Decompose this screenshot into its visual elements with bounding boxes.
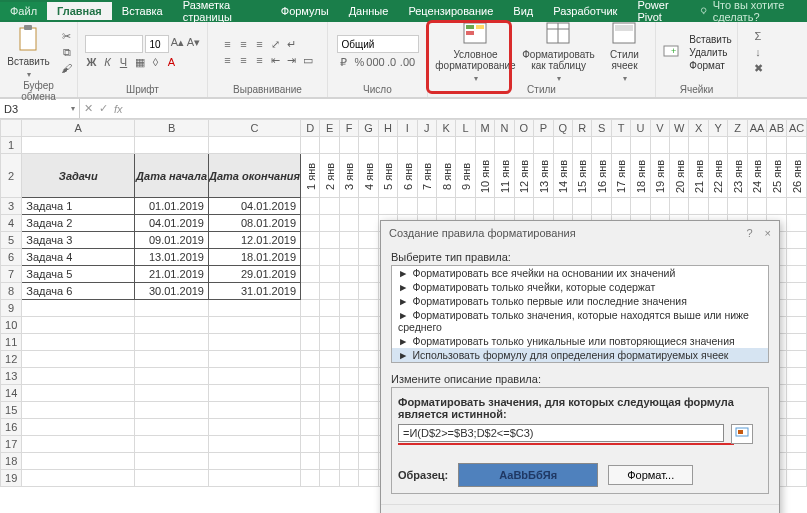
tab-data[interactable]: Данные bbox=[339, 2, 399, 20]
rule-option[interactable]: ►Форматировать только первые или последн… bbox=[392, 294, 768, 308]
fx-icon[interactable]: fx bbox=[114, 103, 123, 115]
gantt-cell[interactable] bbox=[611, 198, 630, 215]
gantt-cell[interactable] bbox=[437, 198, 456, 215]
row-header[interactable]: 1 bbox=[1, 137, 22, 154]
gantt-cell[interactable] bbox=[301, 198, 320, 215]
row-header[interactable]: 6 bbox=[1, 249, 22, 266]
tab-insert[interactable]: Вставка bbox=[112, 2, 173, 20]
number-format-select[interactable] bbox=[337, 35, 419, 53]
align-middle-icon[interactable]: ≡ bbox=[237, 37, 251, 51]
align-right-icon[interactable]: ≡ bbox=[253, 53, 267, 67]
row-header[interactable]: 3 bbox=[1, 198, 22, 215]
align-center-icon[interactable]: ≡ bbox=[237, 53, 251, 67]
cell-start[interactable]: 21.01.2019 bbox=[135, 266, 209, 283]
col-header[interactable]: T bbox=[611, 120, 630, 137]
gantt-cell[interactable] bbox=[572, 198, 591, 215]
bold-icon[interactable]: Ж bbox=[85, 55, 99, 69]
font-name-input[interactable] bbox=[85, 35, 143, 53]
fx-confirm-icon[interactable]: ✓ bbox=[99, 102, 108, 115]
gantt-cell[interactable] bbox=[301, 266, 320, 283]
gantt-cell[interactable] bbox=[320, 249, 339, 266]
cell-task[interactable]: Задача 6 bbox=[22, 283, 135, 300]
gantt-cell[interactable] bbox=[339, 249, 358, 266]
cell-end[interactable]: 04.01.2019 bbox=[209, 198, 301, 215]
col-header[interactable]: N bbox=[495, 120, 514, 137]
col-header[interactable]: Y bbox=[708, 120, 727, 137]
gantt-cell[interactable] bbox=[339, 283, 358, 300]
gantt-cell[interactable] bbox=[320, 198, 339, 215]
gantt-cell[interactable] bbox=[339, 266, 358, 283]
gantt-cell[interactable] bbox=[359, 249, 378, 266]
col-header[interactable]: R bbox=[572, 120, 591, 137]
indent-right-icon[interactable]: ⇥ bbox=[285, 53, 299, 67]
gantt-cell[interactable] bbox=[301, 232, 320, 249]
gantt-cell[interactable] bbox=[728, 198, 747, 215]
orientation-icon[interactable]: ⤢ bbox=[269, 37, 283, 51]
gantt-cell[interactable] bbox=[553, 198, 572, 215]
gantt-cell[interactable] bbox=[320, 283, 339, 300]
col-header[interactable]: AC bbox=[787, 120, 807, 137]
rule-option[interactable]: ►Использовать формулу для определения фо… bbox=[392, 348, 768, 362]
row-header[interactable]: 7 bbox=[1, 266, 22, 283]
gantt-cell[interactable] bbox=[359, 198, 378, 215]
col-header[interactable]: M bbox=[475, 120, 494, 137]
copy-icon[interactable]: ⧉ bbox=[60, 45, 74, 59]
gantt-cell[interactable] bbox=[767, 198, 787, 215]
col-header[interactable]: W bbox=[670, 120, 689, 137]
wrap-text-icon[interactable]: ↵ bbox=[285, 37, 299, 51]
row-header[interactable]: 15 bbox=[1, 402, 22, 419]
col-header[interactable]: AA bbox=[747, 120, 767, 137]
col-header[interactable]: AB bbox=[767, 120, 787, 137]
gantt-cell[interactable] bbox=[301, 249, 320, 266]
cell-task[interactable]: Задача 2 bbox=[22, 215, 135, 232]
tab-review[interactable]: Рецензирование bbox=[398, 2, 503, 20]
italic-icon[interactable]: К bbox=[101, 55, 115, 69]
formula-input[interactable] bbox=[127, 99, 807, 118]
tab-view[interactable]: Вид bbox=[503, 2, 543, 20]
gantt-cell[interactable] bbox=[787, 215, 807, 232]
col-header[interactable]: Q bbox=[553, 120, 572, 137]
gantt-cell[interactable] bbox=[359, 283, 378, 300]
gantt-cell[interactable] bbox=[320, 266, 339, 283]
increase-decimal-icon[interactable]: .0 bbox=[385, 55, 399, 69]
font-size-input[interactable] bbox=[145, 35, 169, 53]
font-color-icon[interactable]: A bbox=[165, 55, 179, 69]
borders-icon[interactable]: ▦ bbox=[133, 55, 147, 69]
range-picker-button[interactable] bbox=[731, 424, 753, 444]
row-header[interactable]: 2 bbox=[1, 154, 22, 198]
row-header[interactable]: 9 bbox=[1, 300, 22, 317]
cell-task[interactable]: Задача 4 bbox=[22, 249, 135, 266]
rule-option[interactable]: ►Форматировать только ячейки, которые со… bbox=[392, 280, 768, 294]
align-left-icon[interactable]: ≡ bbox=[221, 53, 235, 67]
tab-file[interactable]: Файл bbox=[0, 2, 47, 20]
cell-start[interactable]: 04.01.2019 bbox=[135, 215, 209, 232]
gantt-cell[interactable] bbox=[417, 198, 436, 215]
comma-icon[interactable]: 000 bbox=[369, 55, 383, 69]
rule-formula-input[interactable]: =И(D$2>=$B3;D$2<=$C3) bbox=[398, 424, 724, 442]
cell-start[interactable]: 30.01.2019 bbox=[135, 283, 209, 300]
row-header[interactable]: 10 bbox=[1, 317, 22, 334]
dialog-titlebar[interactable]: Создание правила форматирования ? × bbox=[381, 221, 779, 245]
row-header[interactable]: 4 bbox=[1, 215, 22, 232]
percent-icon[interactable]: % bbox=[353, 55, 367, 69]
merge-icon[interactable]: ▭ bbox=[301, 53, 315, 67]
gantt-cell[interactable] bbox=[301, 283, 320, 300]
fill-color-icon[interactable]: ◊ bbox=[149, 55, 163, 69]
row-header[interactable]: 12 bbox=[1, 351, 22, 368]
cell-start[interactable]: 13.01.2019 bbox=[135, 249, 209, 266]
cell-task[interactable]: Задача 5 bbox=[22, 266, 135, 283]
col-header[interactable]: O bbox=[514, 120, 533, 137]
row-header[interactable]: 8 bbox=[1, 283, 22, 300]
cell-task[interactable]: Задача 1 bbox=[22, 198, 135, 215]
cell-end[interactable]: 12.01.2019 bbox=[209, 232, 301, 249]
format-label[interactable]: Формат bbox=[689, 60, 725, 71]
row-header[interactable]: 17 bbox=[1, 436, 22, 453]
format-painter-icon[interactable]: 🖌 bbox=[60, 61, 74, 75]
gantt-cell[interactable] bbox=[301, 215, 320, 232]
insert-cells-button[interactable]: + bbox=[661, 43, 683, 61]
row-header[interactable]: 5 bbox=[1, 232, 22, 249]
gantt-cell[interactable] bbox=[398, 198, 417, 215]
cell-task[interactable]: Задача 3 bbox=[22, 232, 135, 249]
col-header[interactable]: F bbox=[339, 120, 358, 137]
tell-me-search[interactable]: Что вы хотите сделать? bbox=[699, 0, 807, 23]
